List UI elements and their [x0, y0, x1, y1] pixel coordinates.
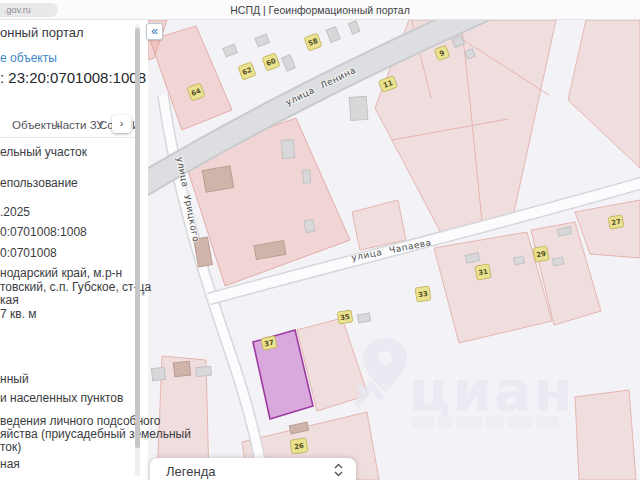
field-object-type: ельный участок: [0, 145, 87, 159]
panel-edge-collapse-arrow[interactable]: ‹: [141, 286, 145, 300]
page-title: НСПД | Геоинформационный портал: [0, 4, 640, 16]
browser-topbar: .gov.ru НСПД | Геоинформационный портал: [0, 0, 640, 20]
tab-parts-zu[interactable]: Части ЗУ: [55, 119, 104, 131]
watermark-text: циан: [409, 358, 574, 423]
tab-bar: Объекты Части ЗУ Сост И ›: [0, 117, 136, 137]
building: [202, 166, 233, 193]
parcel-number-text: 27: [611, 218, 622, 228]
parcel-number-text: 29: [536, 250, 547, 260]
parcel-number-text: 26: [294, 442, 305, 451]
legend-panel[interactable]: Легенда: [150, 458, 356, 480]
building: [173, 361, 190, 377]
field-address-line1: нодарский край, м.р-н: [0, 266, 122, 280]
map-svg: циан 64 62 60 58 11 9 27 29: [148, 20, 640, 480]
building: [302, 170, 310, 184]
app-window: циан 64 62 60 58 11 9 27 29: [0, 0, 640, 480]
field-area: 7 кв. м: [0, 307, 37, 321]
tab-objects[interactable]: Объекты: [12, 119, 59, 131]
building: [151, 367, 165, 380]
parcel-number-label: 29: [533, 246, 549, 262]
all-objects-link[interactable]: е объекты: [0, 51, 57, 65]
field-permitted-use-line2: яйства (приусадебный земельный: [0, 427, 191, 441]
tab-scroll-button[interactable]: ›: [112, 115, 131, 133]
info-panel: онный портал е объекты : 23:20:0701008:1…: [0, 20, 148, 480]
field-date: .2025: [0, 205, 30, 219]
tab-divider: [0, 137, 136, 138]
building: [357, 313, 370, 323]
field-address-line2: товский, с.п. Губское, ст-ца: [0, 280, 151, 294]
parcel-number-label: 27: [608, 215, 624, 229]
building: [552, 257, 563, 266]
parcel-number-label: 35: [337, 310, 353, 324]
parcel-number-label: 37: [261, 336, 277, 351]
field-cadastral-block: 0:0701008: [0, 246, 57, 260]
parcel-number-label: 26: [290, 438, 308, 454]
building: [304, 219, 315, 232]
building: [349, 96, 368, 120]
field-status: нный: [0, 372, 29, 386]
field-address-line3: кая: [0, 293, 19, 307]
watermark-pin-hole: [378, 351, 392, 365]
field-land-category: и населенных пунктов: [0, 391, 123, 405]
field-ownership-form: ная: [0, 457, 20, 471]
legend-expand-icon[interactable]: [333, 462, 344, 480]
portal-header-fragment: онный портал: [0, 25, 84, 40]
parcel-title: : 23:20:0701008:1008: [0, 69, 146, 86]
sidebar-scrollbar-thumb[interactable]: [135, 28, 140, 448]
parcel-number-text: 35: [340, 313, 351, 322]
building: [196, 366, 212, 377]
map-canvas[interactable]: циан 64 62 60 58 11 9 27 29: [148, 20, 640, 480]
building: [513, 256, 524, 265]
field-permitted-use-line3: ток): [0, 440, 21, 454]
cadastral-parcel[interactable]: [575, 390, 636, 480]
parcel-number-label: 33: [415, 286, 431, 302]
legend-title: Легенда: [166, 464, 215, 479]
field-usage-type: епользование: [0, 176, 78, 190]
building: [281, 140, 295, 159]
parcel-number-text: 31: [478, 268, 489, 278]
parcel-number-label: 31: [475, 264, 491, 280]
parcel-number-text: 33: [418, 290, 429, 299]
field-cadastral-number: 0:0701008:1008: [0, 225, 87, 239]
sidebar-collapse-button[interactable]: «: [146, 23, 163, 40]
